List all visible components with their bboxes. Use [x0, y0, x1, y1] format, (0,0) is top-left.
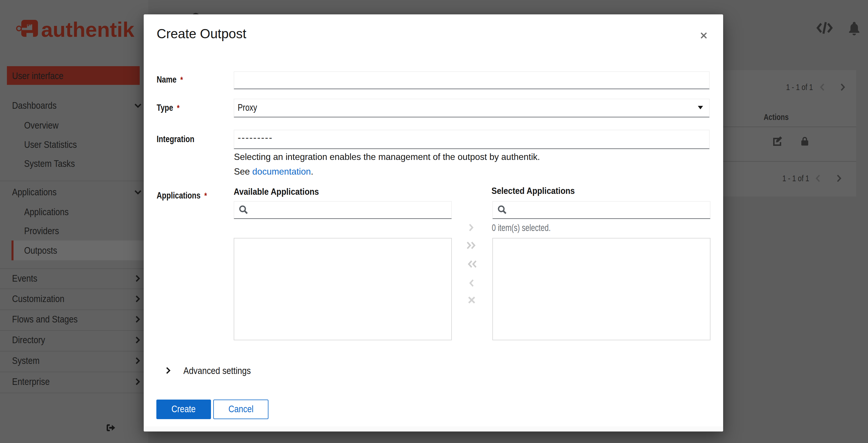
- svg-text:authentik: authentik: [41, 18, 134, 40]
